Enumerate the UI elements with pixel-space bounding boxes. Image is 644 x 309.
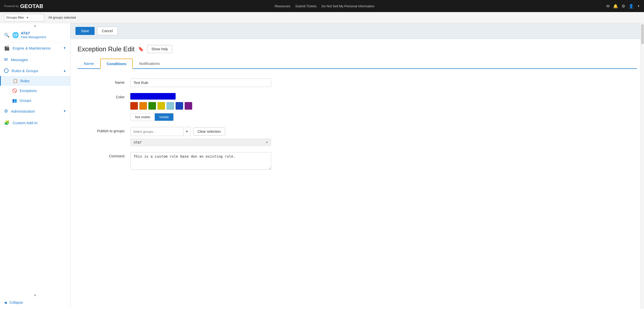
name-field	[130, 78, 296, 87]
sidebar-item-rules-groups[interactable]: Rules & Groups ▲	[0, 65, 70, 76]
sidebar-subitem-rules[interactable]: 📋 Rules	[0, 76, 70, 86]
exceptions-label: Exceptions	[20, 89, 37, 93]
tab-name[interactable]: Name	[77, 59, 100, 69]
name-input[interactable]	[130, 78, 271, 87]
sidebar-scroll-up[interactable]: ▲	[0, 23, 70, 28]
color-row: Color: Not visible	[85, 93, 296, 121]
groups-filter-label: Groups filter	[6, 16, 24, 19]
collapse-label: Collapse	[9, 300, 23, 304]
bell-icon[interactable]: 🔔	[613, 4, 618, 9]
scroll-thumb[interactable]	[641, 24, 644, 44]
att-logo-icon: 🌐	[12, 32, 19, 38]
group-tag-name: AT&T	[134, 141, 263, 144]
group-tag-remove-icon[interactable]: ×	[266, 140, 268, 144]
engine-icon: 🎬	[4, 45, 10, 51]
administration-label: Administration	[11, 109, 35, 113]
collapse-icon: ◀	[4, 300, 7, 304]
color-swatch-green[interactable]	[148, 102, 156, 110]
filterbar: Groups filter ▼ All groups selected	[0, 12, 644, 23]
messages-label: Messages	[11, 58, 28, 62]
topbar-icons: ✉ 🔔 ⚙ 👤 ▼	[606, 4, 640, 9]
groups-filter-dropdown[interactable]: Groups filter ▼	[4, 14, 44, 21]
sidebar-item-custom-addon[interactable]: 🧩 Custom Add-In	[0, 117, 70, 128]
color-swatch-orange[interactable]	[139, 102, 147, 110]
sidebar-subitem-exceptions[interactable]: 🚫 Exceptions	[0, 86, 70, 96]
color-swatch-lightblue[interactable]	[167, 102, 174, 110]
groups-select-wrapper[interactable]: ▼	[130, 127, 191, 136]
sidebar-item-messages[interactable]: ✉ Messages	[0, 54, 70, 65]
rules-groups-icon	[4, 68, 9, 73]
sidebar-subitem-groups[interactable]: 👥 Groups	[0, 96, 70, 105]
engine-label: Engine & Maintenance	[13, 46, 51, 50]
sidebar: ▲ 🔍 🌐 AT&T Fleet Management 🎬 Engine & M…	[0, 23, 70, 309]
rules-label: Rules	[20, 79, 29, 83]
visible-button[interactable]: Visible	[155, 113, 173, 121]
cancel-button[interactable]: Cancel	[97, 27, 118, 35]
geotab-logo-svg: GEOTAB	[20, 3, 43, 10]
form-section: Name: Color:	[77, 76, 304, 179]
comment-textarea[interactable]: This is a custom rule base don an existi…	[130, 152, 271, 170]
comment-row: Comment: This is a custom rule base don …	[85, 152, 296, 170]
save-button[interactable]: Save	[75, 27, 95, 35]
main-layout: ▲ 🔍 🌐 AT&T Fleet Management 🎬 Engine & M…	[0, 23, 644, 309]
tabs: Name Conditions Notifications	[77, 59, 637, 69]
user-menu-arrow[interactable]: ▼	[637, 5, 640, 8]
sidebar-logo-text: AT&T Fleet Management	[21, 31, 46, 39]
user-icon[interactable]: 👤	[629, 4, 634, 9]
color-swatches	[130, 102, 296, 110]
groups-filter-arrow: ▼	[26, 16, 29, 19]
rules-groups-label: Rules & Groups	[12, 69, 38, 73]
bookmark-icon[interactable]: 🔖	[138, 46, 144, 52]
powered-by-text: Powered by	[4, 5, 19, 8]
geotab-logo: Powered by GEOTAB	[4, 3, 43, 10]
tab-conditions[interactable]: Conditions	[100, 59, 133, 69]
color-swatch-blue[interactable]	[176, 102, 183, 110]
color-swatch-red[interactable]	[130, 102, 138, 110]
topbar-links: Resources Submit Tickets Do Not Sell My …	[275, 4, 375, 8]
color-swatch-purple[interactable]	[185, 102, 192, 110]
rules-icon: 📋	[13, 78, 18, 83]
resources-link[interactable]: Resources	[275, 4, 290, 8]
group-tag-att: AT&T ×	[130, 139, 271, 146]
name-row: Name:	[85, 78, 296, 87]
engine-arrow-icon: ▼	[63, 46, 66, 50]
publish-groups-row: Publish to groups: ▼ Clear selection AT&…	[85, 127, 296, 146]
color-swatch-yellow[interactable]	[157, 102, 165, 110]
sidebar-logo-area: 🔍 🌐 AT&T Fleet Management	[0, 28, 70, 42]
all-groups-text: All groups selected	[48, 16, 76, 19]
topbar-left: Powered by GEOTAB	[4, 3, 43, 10]
groups-label: Groups	[20, 99, 31, 103]
publish-label: Publish to groups:	[85, 127, 125, 133]
visibility-toggle: Not visible Visible	[130, 113, 174, 121]
comment-field: This is a custom rule base don an existi…	[130, 152, 296, 170]
sidebar-item-engine[interactable]: 🎬 Engine & Maintenance ▼	[0, 42, 70, 54]
not-visible-button[interactable]: Not visible	[131, 113, 155, 121]
name-label: Name:	[85, 78, 125, 84]
sidebar-collapse[interactable]: ◀ Collapse	[0, 298, 70, 307]
mail-icon[interactable]: ✉	[606, 4, 610, 9]
administration-arrow-icon: ▼	[63, 109, 66, 113]
groups-dropdown-arrow[interactable]: ▼	[183, 127, 190, 136]
sidebar-item-administration[interactable]: ⚙ Administration ▼	[0, 105, 70, 117]
page-content: Exception Rule Edit 🔖 Show help Name Con…	[70, 39, 644, 185]
tab-notifications[interactable]: Notifications	[133, 59, 166, 69]
custom-addon-icon: 🧩	[4, 120, 10, 125]
comment-label: Comment:	[85, 152, 125, 158]
topbar: Powered by GEOTAB Resources Submit Ticke…	[0, 0, 644, 12]
submit-tickets-link[interactable]: Submit Tickets	[295, 4, 317, 8]
publish-field: ▼ Clear selection AT&T ×	[130, 127, 296, 146]
groups-icon: 👥	[12, 98, 17, 103]
color-label: Color:	[85, 93, 125, 99]
gear-icon[interactable]: ⚙	[622, 4, 625, 9]
scrollbar[interactable]	[640, 23, 644, 309]
rules-groups-arrow-icon: ▲	[63, 69, 66, 72]
clear-selection-button[interactable]: Clear selection	[193, 127, 225, 136]
do-not-sell-link[interactable]: Do Not Sell My Personal Information	[321, 4, 374, 8]
groups-select-row: ▼ Clear selection	[130, 127, 296, 136]
custom-addon-label: Custom Add-In	[13, 121, 37, 125]
sidebar-scroll-down[interactable]: ▼	[0, 293, 70, 298]
groups-select-input[interactable]	[131, 130, 183, 134]
sidebar-search-icon[interactable]: 🔍	[4, 32, 10, 38]
show-help-button[interactable]: Show help	[147, 45, 172, 53]
color-preview[interactable]	[130, 93, 176, 100]
